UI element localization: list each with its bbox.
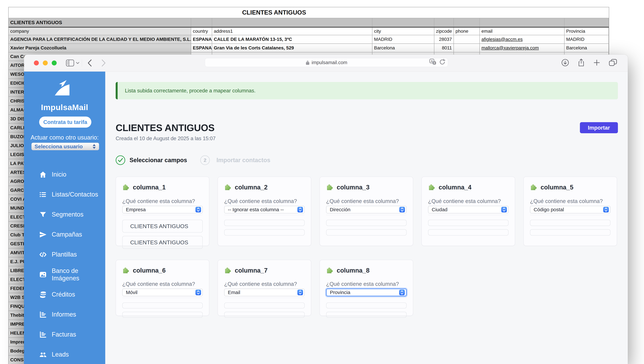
field-select-columna_6[interactable]: Móvil [122, 289, 203, 296]
selected-field-value: Móvil [126, 290, 138, 295]
email-link[interactable]: mallorca@xavierpareja.com [482, 45, 539, 51]
sidebar-item-label: Listas/Contactos [52, 191, 98, 198]
sidebar-item-segmentos[interactable]: Segmentos [24, 204, 105, 224]
sidebar-item-cr-ditos[interactable]: Créditos [24, 284, 105, 304]
coins-icon [39, 291, 47, 298]
impulsamail-logo-icon [52, 79, 72, 97]
email-link[interactable]: afiglesias@accm.es [482, 37, 522, 42]
step-2-label: Importar contactos [216, 157, 270, 164]
minimize-window-button[interactable] [43, 61, 48, 66]
brand-name: ImpulsaMail [24, 103, 105, 112]
step-2-circle: 2 [200, 155, 210, 165]
preview-value: CLIENTES ANTIGUOS [122, 220, 203, 233]
sheet-cell: MADRID [564, 35, 609, 44]
sheet-cell [454, 44, 480, 52]
column-previews [122, 302, 203, 318]
card-header: columna_6 [122, 267, 203, 274]
select-underline [326, 215, 406, 215]
back-button[interactable] [88, 59, 92, 67]
sidebar-item-leads[interactable]: Leads [24, 344, 105, 364]
puzzle-icon [122, 267, 130, 274]
sidebar-item-facturas[interactable]: Facturas [24, 324, 105, 344]
field-select-columna_7[interactable]: Email [224, 289, 305, 296]
sheet-title: CLIENTES ANTIGUOS [242, 9, 306, 16]
column-card-columna_7: columna_7¿Qué contiene esta columna?Emai… [218, 260, 311, 316]
sidebar-item-campa-as[interactable]: Campañas [24, 224, 105, 244]
close-window-button[interactable] [34, 61, 39, 66]
share-button[interactable] [578, 59, 584, 67]
card-header: columna_1 [122, 183, 203, 191]
puzzle-icon [428, 183, 436, 191]
select-underline [530, 215, 610, 215]
select-underline [224, 298, 305, 298]
column-card-columna_6: columna_6¿Qué contiene esta columna?Móvi… [116, 260, 209, 316]
preview-value [428, 220, 508, 226]
field-select-columna_4[interactable]: Ciudad [428, 206, 508, 213]
sidebar-item-listas-contactos[interactable]: Listas/Contactos [24, 184, 105, 204]
forward-button[interactable] [102, 59, 106, 67]
sidebar-chevron-down-icon[interactable] [76, 62, 80, 64]
code-icon [39, 251, 47, 258]
column-name: columna_4 [439, 184, 472, 191]
sheet-cell: zipcode [434, 28, 454, 35]
select-user-dropdown[interactable]: Selecciona usuario [32, 143, 99, 150]
zoom-window-button[interactable] [52, 61, 57, 66]
app-sidebar: ImpulsaMail Contrata tu tarifa Actuar co… [24, 72, 105, 364]
sidebar-item-banco-de-im-genes[interactable]: Banco de Imágenes [24, 264, 105, 284]
column-previews [326, 302, 406, 318]
new-tab-button[interactable] [594, 59, 600, 67]
sheet-cell: 8011 [434, 44, 454, 52]
sidebar-item-label: Banco de Imágenes [52, 267, 85, 282]
wizard-steps: Seleccionar campos2Importar contactos [116, 155, 618, 165]
selected-field-value: Código postal [534, 207, 564, 212]
sidebar-item-inicio[interactable]: Inicio [24, 164, 105, 184]
column-cards-row-1: columna_1¿Qué contiene esta columna?Empr… [116, 177, 618, 246]
puzzle-icon [530, 183, 538, 191]
select-stepper-icon [196, 207, 201, 212]
downloads-button[interactable] [562, 59, 569, 67]
sheet-cell: Barcelona [372, 44, 434, 52]
sheet-cell: 28037 [434, 35, 454, 44]
lock-icon [306, 60, 310, 65]
sidebar-item-label: Campañas [52, 231, 82, 238]
card-header: columna_8 [326, 267, 406, 274]
preview-value [224, 302, 305, 308]
field-select-columna_1[interactable]: Empresa [122, 206, 203, 213]
select-user-value: Selecciona usuario [34, 144, 83, 150]
created-date: Creada el 10 de August de 2025 a las 15:… [116, 136, 216, 142]
screen: CLIENTES ANTIGUOSCLIENTES ANTIGUOScompan… [0, 0, 644, 364]
success-banner: Lista subida correctamente, procede a ma… [116, 82, 618, 99]
select-underline [428, 215, 508, 215]
impersonate-label: Actuar como otro usuario: [24, 134, 105, 141]
sidebar-item-informes[interactable]: Informes [24, 304, 105, 324]
column-question: ¿Qué contiene esta columna? [530, 198, 610, 204]
sidebar-item-label: Facturas [52, 331, 76, 338]
field-select-columna_8[interactable]: Provincia [326, 289, 406, 296]
field-select-columna_2[interactable]: -- Ignorar esta columna -- [224, 206, 305, 213]
sidebar-item-plantillas[interactable]: Plantillas [24, 244, 105, 264]
importar-button[interactable]: Importar [580, 122, 618, 133]
select-underline [224, 215, 305, 215]
check-icon [118, 158, 123, 162]
send-icon [39, 231, 47, 238]
step-1-circle [116, 155, 125, 165]
puzzle-icon [326, 183, 334, 191]
selected-field-value: Email [228, 290, 240, 295]
select-underline [326, 298, 406, 298]
field-select-columna_3[interactable]: Dirección [326, 206, 406, 213]
sheet-cell: AGENCIA PARA LA CERTIFICACIÓN DE LA CALI… [8, 35, 191, 44]
translate-icon[interactable]: A 文 [430, 59, 436, 67]
column-previews: CLIENTES ANTIGUOSCLIENTES ANTIGUOS [122, 220, 203, 249]
address-bar[interactable]: impulsamail.com A 文 [205, 58, 448, 67]
sidebar-toggle-icon[interactable] [66, 60, 74, 67]
contrata-tu-tarifa-button[interactable]: Contrata tu tarifa [39, 117, 91, 128]
sheet-cell: city [372, 28, 434, 35]
reload-icon[interactable] [439, 59, 445, 66]
column-card-columna_2: columna_2¿Qué contiene esta columna?-- I… [218, 177, 311, 246]
column-name: columna_8 [337, 267, 370, 274]
sheet-cell [564, 18, 609, 27]
tab-overview-button[interactable] [609, 59, 617, 67]
page-title: CLIENTES ANTIGUOS [116, 122, 216, 133]
selected-field-value: -- Ignorar esta columna -- [228, 207, 284, 212]
field-select-columna_5[interactable]: Código postal [530, 206, 610, 213]
